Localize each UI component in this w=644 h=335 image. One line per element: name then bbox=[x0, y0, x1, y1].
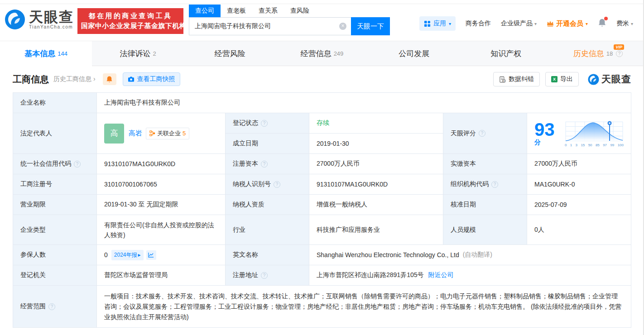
vip-badge: VIP bbox=[614, 44, 624, 50]
notifications-bell[interactable] bbox=[598, 18, 606, 29]
tab-operation-risk[interactable]: 经营风险 bbox=[184, 41, 276, 66]
value-text: Shanghai Wenzhou Electronic Technology C… bbox=[317, 251, 459, 258]
tab-legal-litigation[interactable]: 法律诉讼 2 bbox=[92, 41, 184, 66]
label-text: 企业类型 bbox=[20, 226, 46, 234]
help-icon[interactable]: ? bbox=[48, 303, 55, 310]
label-tianyan-score: 天眼评分 ? bbox=[443, 113, 527, 154]
table-row: 参保人数 0 2024年报 ▸ 英文名称 Shanghai Wenzhou El… bbox=[13, 245, 631, 265]
tab-basic-info[interactable]: 基本信息 144 bbox=[0, 41, 92, 66]
value-text: 增值税一般纳税人 bbox=[317, 201, 367, 209]
history-business-info-link[interactable]: 历史工商信息 › bbox=[53, 75, 96, 83]
search-button[interactable]: 天眼一下 bbox=[351, 17, 390, 35]
tab-history-info[interactable]: VIP 历史信息 18 ? bbox=[552, 41, 644, 66]
clear-icon[interactable]: × bbox=[339, 23, 346, 30]
value-credit-code: 91310107MA1G0URK0D bbox=[97, 154, 226, 174]
logo-brand: 天眼查 bbox=[29, 10, 74, 24]
excel-icon: X bbox=[551, 76, 557, 82]
slogan-line2: 国家中小企业发展子基金旗下机构 bbox=[81, 22, 180, 30]
annual-report-label: 2024年报 bbox=[114, 251, 137, 259]
table-row: 法定代表人 高 高岩 关联企业 5 登记状态 ? 存续 bbox=[13, 113, 631, 154]
score-number: 93 bbox=[534, 120, 555, 139]
caret-down-icon: ▾ bbox=[449, 21, 451, 26]
value-text: 91310107MA1G0URK0D bbox=[317, 181, 388, 188]
section-header-actions: B 数据纠错 X 导出 天眼查 bbox=[493, 72, 631, 86]
label-approval-date: 核准日期 bbox=[443, 195, 527, 215]
search-tab-relation[interactable]: 查关系 bbox=[252, 5, 284, 17]
value-tianyan-score[interactable]: 93分 bbox=[527, 113, 631, 154]
search-tab-boss[interactable]: 查老板 bbox=[221, 5, 252, 17]
related-companies-badge[interactable]: 关联企业 5 bbox=[146, 128, 189, 139]
view-business-snapshot-button[interactable]: 查看工商快照 bbox=[123, 72, 180, 86]
help-icon[interactable]: ? bbox=[616, 50, 623, 57]
tab-label: 法律诉讼 bbox=[120, 48, 151, 59]
tab-company-development[interactable]: 公司发展 bbox=[368, 41, 460, 66]
nav-apps[interactable]: 应用 ▾ bbox=[419, 16, 456, 31]
nav-products-label: 企业级产品 bbox=[501, 19, 533, 28]
value-text: 91310107MA1G0URK0D bbox=[104, 160, 175, 168]
help-icon[interactable]: ? bbox=[261, 272, 268, 279]
tick-label: 100 bbox=[618, 143, 624, 147]
business-info-table: 企业名称 上海闻宙电子科技有限公司 法定代表人 高 高岩 关联企业 5 登 bbox=[13, 92, 631, 328]
help-icon[interactable]: ? bbox=[274, 181, 280, 188]
tick-label: 97 bbox=[603, 143, 607, 147]
label-text: 登记机关 bbox=[20, 271, 46, 279]
label-organization-code: 组织机构代码 ? bbox=[443, 174, 527, 195]
search-tab-risk[interactable]: 查风险 bbox=[284, 5, 316, 17]
label-text: 成立日期 bbox=[233, 139, 258, 148]
subscribe-bell-button[interactable] bbox=[103, 73, 116, 85]
notification-dot bbox=[604, 17, 608, 20]
tick-label: 1 bbox=[570, 143, 572, 147]
chevron-right-icon: › bbox=[93, 75, 96, 82]
label-text: 天眼评分 bbox=[451, 129, 476, 138]
label-taxpayer-id: 纳税人识别号 ? bbox=[226, 174, 309, 195]
search-box: × bbox=[189, 17, 351, 35]
bell-icon bbox=[106, 76, 113, 83]
search-tab-company[interactable]: 查公司 bbox=[189, 5, 221, 17]
data-correction-button[interactable]: B 数据纠错 bbox=[493, 72, 540, 86]
help-icon[interactable]: ? bbox=[479, 130, 485, 137]
insured-trend-button[interactable] bbox=[146, 250, 156, 260]
label-staff-size: 人员规模 bbox=[443, 215, 527, 245]
value-taxpayer-id: 91310107MA1G0URK0D bbox=[309, 174, 443, 195]
tab-label: 经营信息 bbox=[301, 48, 332, 59]
help-icon[interactable]: ? bbox=[74, 161, 81, 168]
logo-text: 天眼查 TianYanCha.com bbox=[29, 10, 74, 29]
nav-enterprise-products[interactable]: 企业级产品 ▾ bbox=[501, 19, 537, 28]
value-english-name: Shanghai Wenzhou Electronic Technology C… bbox=[309, 245, 631, 265]
label-text: 营业期限 bbox=[20, 201, 46, 209]
tab-intellectual-property[interactable]: 知识产权 bbox=[460, 41, 552, 66]
search-tabs: 查公司 查老板 查关系 查风险 bbox=[189, 5, 390, 17]
tick-label: 99 bbox=[610, 143, 614, 147]
legal-rep-avatar[interactable]: 高 bbox=[104, 124, 124, 144]
tianyancha-logo[interactable]: 天眼查 TianYanCha.com bbox=[5, 9, 74, 30]
help-icon[interactable]: ? bbox=[491, 181, 498, 188]
annual-report-badge[interactable]: 2024年报 ▸ bbox=[111, 250, 144, 260]
table-row: 统一社会信用代码 ? 91310107MA1G0URK0D 注册资本 ? 270… bbox=[13, 154, 631, 174]
search-input[interactable] bbox=[189, 17, 351, 35]
tab-operation-info[interactable]: 经营信息 249 bbox=[276, 41, 368, 66]
export-button-label: 导出 bbox=[560, 75, 573, 83]
logo-domain: TianYanCha.com bbox=[29, 24, 74, 29]
value-registration-authority: 普陀区市场监督管理局 bbox=[97, 265, 226, 286]
crown-icon bbox=[547, 20, 554, 27]
value-company-type: 有限责任公司(非自然人投资或控股的法人独资) bbox=[97, 215, 226, 245]
label-credit-code: 统一社会信用代码 ? bbox=[13, 154, 97, 174]
tick-label: 3 bbox=[576, 143, 577, 147]
label-company-name: 企业名称 bbox=[13, 93, 97, 113]
nearby-companies-link[interactable]: 附近公司 bbox=[428, 271, 454, 279]
value-text: 2019-01-30 至 无固定期限 bbox=[104, 201, 178, 209]
nav-open-membership[interactable]: 开通会员 ▾ bbox=[547, 19, 588, 28]
label-registration-authority: 登记机关 bbox=[13, 265, 97, 286]
nav-user-menu[interactable]: 费米 ▾ bbox=[616, 19, 633, 28]
help-icon[interactable]: ? bbox=[261, 161, 268, 168]
value-registration-number: 310107001067065 bbox=[97, 174, 226, 195]
tianyancha-logo-icon bbox=[5, 9, 25, 30]
score-axis-ticks: 0 1 3 15 50 85 97 99 100 bbox=[565, 143, 624, 147]
nav-business-cooperation[interactable]: 商务合作 bbox=[466, 19, 491, 28]
legal-rep-name-link[interactable]: 高岩 bbox=[129, 129, 142, 138]
label-text: 组织机构代码 bbox=[451, 180, 489, 188]
tab-label: 知识产权 bbox=[490, 48, 521, 59]
help-icon[interactable]: ? bbox=[261, 120, 268, 127]
tab-label: 历史信息 bbox=[573, 48, 604, 59]
export-button[interactable]: X 导出 bbox=[545, 72, 579, 86]
